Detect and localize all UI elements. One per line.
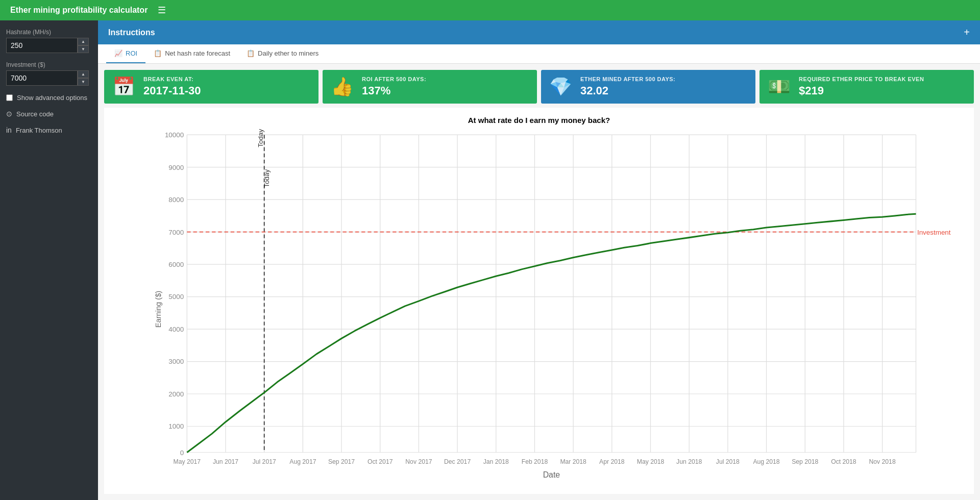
- break-even-value: 2017-11-30: [143, 84, 201, 97]
- svg-text:Sep 2018: Sep 2018: [792, 458, 818, 465]
- hashrate-down-button[interactable]: ▼: [78, 45, 89, 53]
- svg-text:8000: 8000: [168, 196, 184, 204]
- instructions-bar: Instructions +: [98, 20, 980, 44]
- show-advanced-label: Show advanced options: [17, 94, 87, 102]
- svg-text:Nov 2017: Nov 2017: [405, 458, 432, 465]
- svg-text:Oct 2018: Oct 2018: [831, 458, 856, 465]
- author-label: Frank Thomson: [16, 127, 62, 134]
- hashrate-section: Hashrate (MH/s) ▲ ▼: [6, 29, 92, 53]
- investment-input-group: ▲ ▼: [6, 70, 92, 86]
- stat-card-break-even: 📅 BREAK EVEN AT: 2017-11-30: [104, 70, 318, 104]
- daily-tab-label: Daily ether to miners: [258, 49, 318, 57]
- source-code-label: Source code: [16, 110, 54, 118]
- svg-text:Jun 2018: Jun 2018: [676, 458, 702, 465]
- svg-text:Earning ($): Earning ($): [154, 291, 162, 328]
- stat-cards: 📅 BREAK EVEN AT: 2017-11-30 👍 ROI AFTER …: [98, 64, 980, 108]
- show-advanced-row[interactable]: Show advanced options: [6, 94, 92, 102]
- topbar: Ether mining profitability calculator ☰: [0, 0, 980, 20]
- thumbsup-icon: 👍: [331, 76, 354, 97]
- menu-icon[interactable]: ☰: [158, 5, 166, 16]
- svg-text:Aug 2017: Aug 2017: [289, 458, 316, 465]
- stat-card-roi: 👍 ROI AFTER 500 DAYS: 137%: [323, 70, 537, 104]
- svg-text:Dec 2017: Dec 2017: [444, 458, 471, 465]
- svg-text:Nov 2018: Nov 2018: [869, 458, 896, 465]
- svg-text:3000: 3000: [168, 358, 184, 365]
- hashrate-spinner: ▲ ▼: [78, 38, 89, 53]
- net-hash-tab-label: Net hash rate forecast: [165, 49, 230, 57]
- linkedin-icon: in: [6, 126, 12, 134]
- app-title: Ether mining profitability calculator: [10, 6, 148, 15]
- svg-text:Jul 2017: Jul 2017: [253, 458, 276, 465]
- svg-text:Oct 2017: Oct 2017: [368, 458, 393, 465]
- chart-container: At what rate do I earn my money back? Ea…: [104, 108, 974, 494]
- tabs-bar: 📈 ROI 📋 Net hash rate forecast 📋 Daily e…: [98, 44, 980, 64]
- ether-mined-label: ETHER MINED AFTER 500 DAYS:: [580, 76, 675, 82]
- svg-text:May 2018: May 2018: [637, 458, 665, 465]
- tab-net-hash[interactable]: 📋 Net hash rate forecast: [145, 44, 238, 63]
- svg-text:Investment: Investment: [917, 229, 951, 236]
- svg-text:Sep 2017: Sep 2017: [328, 458, 355, 465]
- money-icon: 💵: [768, 76, 791, 97]
- author-link[interactable]: in Frank Thomson: [6, 126, 92, 134]
- tab-daily[interactable]: 📋 Daily ether to miners: [238, 44, 327, 63]
- chart-wrap: Earning ($) 10000 9000: [108, 129, 970, 490]
- svg-text:7000: 7000: [168, 229, 184, 236]
- svg-text:Today: Today: [257, 129, 264, 147]
- investment-section: Investment ($) ▲ ▼: [6, 61, 92, 86]
- svg-text:Aug 2018: Aug 2018: [753, 458, 779, 465]
- roi-tab-icon: 📈: [114, 49, 122, 57]
- stat-card-required-price: 💵 REQUIRED ETHER PRICE TO BREAK EVEN $21…: [760, 70, 974, 104]
- svg-text:Jun 2017: Jun 2017: [213, 458, 238, 465]
- svg-text:10000: 10000: [165, 131, 184, 139]
- svg-text:May 2017: May 2017: [174, 458, 201, 465]
- instructions-title: Instructions: [108, 28, 155, 37]
- svg-text:4000: 4000: [168, 326, 184, 333]
- svg-text:Jul 2018: Jul 2018: [716, 458, 740, 465]
- calendar-icon: 📅: [112, 76, 135, 97]
- hashrate-input[interactable]: [6, 38, 78, 53]
- investment-label: Investment ($): [6, 61, 92, 68]
- hashrate-input-group: ▲ ▼: [6, 38, 92, 53]
- svg-text:Jan 2018: Jan 2018: [483, 458, 509, 465]
- svg-text:1000: 1000: [168, 422, 184, 430]
- svg-text:Date: Date: [543, 470, 560, 479]
- investment-down-button[interactable]: ▼: [78, 78, 89, 86]
- svg-text:2000: 2000: [168, 390, 184, 398]
- stat-card-ether-mined: 💎 ETHER MINED AFTER 500 DAYS: 32.02: [541, 70, 755, 104]
- svg-text:6000: 6000: [168, 261, 184, 268]
- hashrate-up-button[interactable]: ▲: [78, 38, 89, 45]
- tab-roi[interactable]: 📈 ROI: [106, 44, 145, 63]
- svg-text:Mar 2018: Mar 2018: [560, 458, 586, 465]
- investment-input[interactable]: [6, 70, 78, 86]
- content-area: Instructions + 📈 ROI 📋 Net hash rate for…: [98, 20, 980, 500]
- source-code-link[interactable]: ⊙ Source code: [6, 110, 92, 118]
- investment-spinner: ▲ ▼: [78, 70, 89, 86]
- sidebar: Hashrate (MH/s) ▲ ▼ Investment ($) ▲ ▼: [0, 20, 98, 500]
- instructions-expand-button[interactable]: +: [964, 27, 970, 38]
- diamond-icon: 💎: [549, 76, 572, 97]
- net-hash-tab-icon: 📋: [154, 49, 162, 57]
- svg-text:Today: Today: [263, 169, 271, 187]
- hashrate-label: Hashrate (MH/s): [6, 29, 92, 36]
- roi-label: ROI AFTER 500 DAYS:: [362, 76, 426, 82]
- break-even-label: BREAK EVEN AT:: [143, 76, 201, 82]
- source-code-icon: ⊙: [6, 110, 12, 118]
- roi-value: 137%: [362, 84, 426, 97]
- chart-title: At what rate do I earn my money back?: [108, 116, 970, 124]
- svg-text:0: 0: [180, 449, 184, 457]
- investment-up-button[interactable]: ▲: [78, 70, 89, 78]
- svg-text:9000: 9000: [168, 164, 184, 171]
- svg-text:Feb 2018: Feb 2018: [522, 458, 548, 465]
- required-price-value: $219: [799, 84, 924, 97]
- roi-tab-label: ROI: [126, 49, 137, 57]
- main-layout: Hashrate (MH/s) ▲ ▼ Investment ($) ▲ ▼: [0, 20, 980, 500]
- ether-mined-value: 32.02: [580, 84, 675, 97]
- show-advanced-checkbox[interactable]: [6, 94, 13, 101]
- svg-text:Apr 2018: Apr 2018: [599, 458, 625, 465]
- daily-tab-icon: 📋: [247, 49, 255, 57]
- svg-text:5000: 5000: [168, 293, 184, 301]
- required-price-label: REQUIRED ETHER PRICE TO BREAK EVEN: [799, 76, 924, 82]
- chart-svg: Earning ($) 10000 9000: [108, 129, 970, 490]
